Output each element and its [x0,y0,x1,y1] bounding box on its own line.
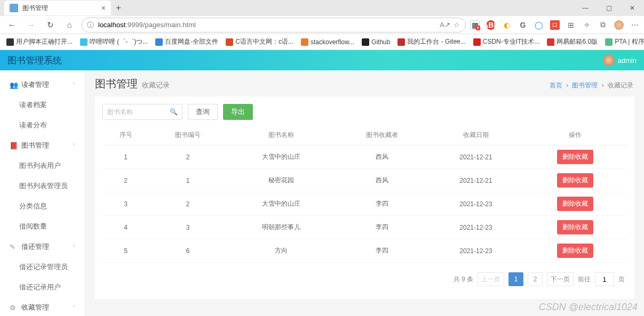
cell-name: 秘密花园 [227,169,336,192]
query-button[interactable]: 查询 [188,104,218,120]
cell-code: 2 [149,145,226,169]
nav-forward-icon: → [23,18,38,33]
sidebar-item[interactable]: 借阅数量 [0,216,85,237]
page-title: 图书管理 [95,77,138,91]
user-name[interactable]: admin [618,56,637,64]
window-close-icon[interactable]: ✕ [621,0,644,16]
nav-home-icon[interactable]: ⌂ [62,18,77,33]
cell-name: 方向 [227,239,336,263]
cell-date: 2021-12-23 [428,239,523,263]
sidebar-group-label: 收藏管理 [21,303,49,312]
delete-button[interactable]: 删除收藏 [557,150,593,164]
sidebar-item[interactable]: 分类信息 [0,196,85,216]
favorites-menu-icon[interactable]: ✧ [582,20,592,30]
sidebar-item[interactable]: 读者分布 [0,115,85,135]
reader-mode-icon[interactable]: Α↗ [440,21,450,29]
bookmark-item[interactable]: 网易邮箱6.0版 [545,37,600,46]
favorite-icon[interactable]: ☆ [454,21,460,29]
sidebar-group-icon: 📕 [10,142,17,150]
sidebar-group[interactable]: 👥读者管理˄ [0,75,85,95]
chevron-icon: ˄ [73,305,75,311]
browser-tab[interactable]: 图书管理 × [4,1,111,15]
nav-reload-icon[interactable]: ↻ [43,18,58,33]
bookmarks-bar: 用户脚本正确打开...哔哩哔哩 (゜-゜)つ...百度网盘-全部文件C语言中文网… [0,34,644,50]
collections-icon[interactable]: ⧉ [598,20,608,30]
bookmark-item[interactable]: C语言中文网：c语... [224,37,296,46]
site-info-icon[interactable]: ⓘ [87,20,94,30]
bookmark-label: 哔哩哔哩 (゜-゜)つ... [90,37,148,46]
chevron-icon: ˄ [73,82,75,88]
pager-page-1[interactable]: 1 [508,272,523,286]
sidebar-item[interactable]: 借还记录管理员 [0,257,85,277]
sidebar-item[interactable]: 图书列表管理员 [0,176,85,196]
cell-collector: 李四 [335,216,428,239]
table-row: 56方向李四2021-12-23删除收藏 [102,239,627,263]
bookmark-label: C语言中文网：c语... [235,37,293,46]
export-button[interactable]: 导出 [223,104,253,120]
bookmark-item[interactable]: Github [360,38,392,46]
extension-badge-icon[interactable]: ▦ [470,20,480,30]
new-tab-button[interactable]: + [111,1,126,15]
cell-code: 1 [149,169,226,192]
profile-avatar[interactable] [614,20,624,30]
chevron-icon: ˄ [73,244,75,250]
delete-button[interactable]: 删除收藏 [557,220,593,234]
pager-goto-input[interactable] [595,272,614,286]
cell-collector: 李四 [335,192,428,216]
search-input[interactable]: 图书名称 🔍 [102,104,182,120]
pager-next[interactable]: 下一页 [547,272,574,286]
bookmark-item[interactable]: 百度网盘-全部文件 [153,37,220,46]
user-avatar[interactable] [603,54,615,66]
bookmark-label: 用户脚本正确打开... [16,37,73,46]
cell-name: 大雪中的山庄 [227,145,336,169]
data-table: 序号图书编号图书名称图书收藏者收藏日期操作 12大雪中的山庄西风2021-12-… [102,125,627,263]
crumb-leaf: 收藏记录 [608,82,633,89]
more-menu-icon[interactable]: ⋯ [630,20,640,30]
extensions-icon[interactable]: ⊞ [566,20,576,30]
ext-icon-1[interactable]: ◐ [502,20,512,30]
sidebar-group[interactable]: ✎借还管理˄ [0,237,85,257]
panel: 图书名称 🔍 查询 导出 序号图书编号图书名称图书收藏者收藏日期操作 12大雪中… [95,96,634,299]
cell-idx: 4 [102,216,149,239]
adblock-icon[interactable]: ABP [486,20,496,30]
window-maximize-icon[interactable]: ▢ [597,0,621,16]
search-icon[interactable]: 🔍 [170,108,178,116]
pager-prev[interactable]: 上一页 [478,272,504,286]
delete-button[interactable]: 删除收藏 [557,173,593,188]
crumb-home[interactable]: 首页 [550,82,562,89]
bookmark-item[interactable]: PTA | 程序设计类实... [603,37,644,46]
sidebar-group[interactable]: 📕图书管理˄ [0,135,85,156]
bookmark-item[interactable]: 哔哩哔哩 (゜-゜)つ... [78,37,150,46]
bookmark-item[interactable]: 用户脚本正确打开... [4,37,75,46]
url-input[interactable]: ⓘ localhost:9999/pages/main.html Α↗ ☆ [81,18,466,33]
bookmark-favicon [362,38,369,46]
sidebar: 👥读者管理˄读者档案读者分布📕图书管理˄图书列表用户图书列表管理员分类信息借阅数… [0,70,85,316]
sidebar-group[interactable]: ⚙收藏管理˄ [0,297,85,316]
bookmark-label: CSDN-专业IT技术... [483,37,540,46]
bookmark-item[interactable]: stackoverflow... [299,38,356,46]
chevron-icon: ˄ [73,143,75,149]
table-header: 图书收藏者 [335,125,428,145]
sidebar-item[interactable]: 图书列表用户 [0,156,85,176]
ext-icon-4[interactable]: 口 [550,20,560,30]
sidebar-item[interactable]: 读者档案 [0,95,85,115]
delete-button[interactable]: 删除收藏 [557,197,593,211]
delete-button[interactable]: 删除收藏 [557,244,593,258]
pager-page-2[interactable]: 2 [528,272,543,286]
crumb-mid[interactable]: 图书管理 [572,82,598,89]
search-placeholder: 图书名称 [107,108,133,117]
ext-icon-2[interactable]: G [518,20,528,30]
window-minimize-icon[interactable]: ― [574,0,597,16]
tab-favicon [10,4,18,12]
url-host: localhost [98,21,125,29]
sidebar-group-icon: ✎ [10,243,17,251]
bookmark-label: 百度网盘-全部文件 [165,37,218,46]
nav-back-icon[interactable]: ← [4,18,19,33]
sidebar-item[interactable]: 借还记录用户 [0,277,85,297]
bookmark-item[interactable]: 我的工作台 - Gitee... [395,37,467,46]
bookmark-item[interactable]: CSDN-专业IT技术... [471,37,542,46]
tab-close-icon[interactable]: × [101,4,106,12]
bookmark-favicon [226,38,233,46]
ext-icon-3[interactable]: ◯ [534,20,544,30]
bookmark-favicon [301,38,308,46]
